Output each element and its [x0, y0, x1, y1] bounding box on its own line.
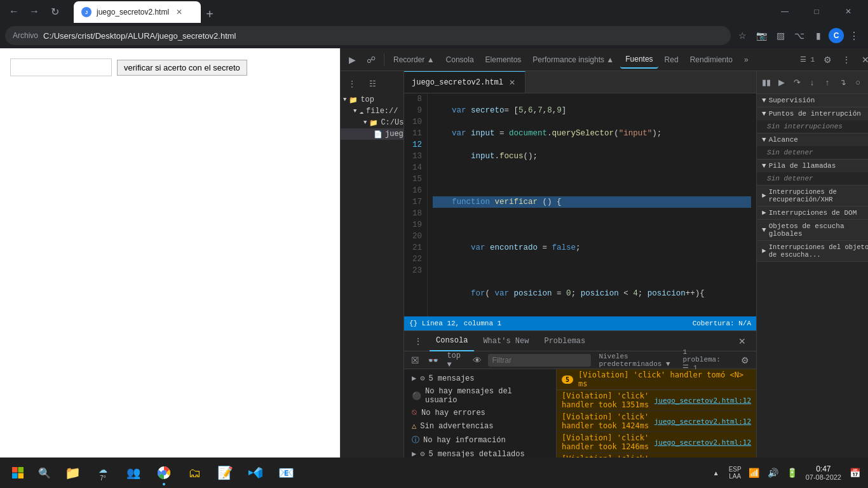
debug-section-label-callstack: Pila de llamadas [769, 162, 836, 170]
extensions-button[interactable]: ▨ [771, 27, 789, 44]
console-filter-info[interactable]: ⓘ No hay información [404, 433, 556, 447]
console-inspect-button[interactable]: 👁 [471, 351, 484, 369]
console-clear-button[interactable]: ☒ [409, 351, 422, 369]
devtools-tab-performance-insights[interactable]: Performance insights ▲ [527, 51, 619, 69]
gear-icon-filter: ⚙ [420, 374, 424, 383]
editor-tab-active[interactable]: juego_secretov2.html ✕ [404, 71, 526, 93]
editor-tab-close[interactable]: ✕ [507, 78, 517, 88]
taskbar-file-explorer[interactable]: 📁 [58, 459, 86, 487]
debug-section-header-scope[interactable]: ▼ Alcance [757, 133, 868, 146]
file-tree-c[interactable]: ▼ 📁 C:/User [341, 117, 403, 128]
console-context-label: top ▼ [447, 351, 463, 369]
notifications-button[interactable]: 📅 [846, 464, 863, 481]
message-source-3[interactable]: juego_secretov2.html:12 [654, 438, 751, 447]
minimize-button[interactable]: — [770, 1, 799, 22]
taskbar-outlook[interactable]: 📧 [272, 459, 300, 487]
debug-step-into-button[interactable]: ↓ [805, 76, 819, 90]
taskbar-vscode[interactable] [241, 459, 269, 487]
taskbar-files[interactable]: 🗂 [180, 459, 208, 487]
address-bar[interactable]: Archivo C:/Users/crist/Desktop/ALURA/jue… [5, 26, 731, 45]
console-filter-all[interactable]: ▶ ⚙ 5 mensajes [404, 372, 556, 385]
taskbar-sticky-notes[interactable]: 📝 [211, 459, 239, 487]
taskbar-chrome[interactable] [150, 459, 178, 487]
debug-section-header-callstack[interactable]: ▼ Pila de llamadas [757, 159, 868, 172]
debug-section-header-breakpoints[interactable]: ▼ Puntos de interrupción [757, 107, 868, 120]
console-filter-warnings[interactable]: △ Sin advertencias [404, 419, 556, 433]
devtools-tab-network[interactable]: Red [660, 51, 684, 69]
console-filter-errors[interactable]: ⦰ No hay errores [404, 407, 556, 419]
devtools-more-tabs[interactable]: » [739, 51, 754, 69]
debug-section-header-dom[interactable]: ► Interrupciones de DOM [757, 207, 868, 219]
debug-step-over-button[interactable]: ↷ [790, 76, 804, 90]
devtools-tab-performance[interactable]: Rendimiento [685, 51, 738, 69]
file-tree-html[interactable]: 📄 juego [341, 128, 403, 140]
maximize-button[interactable]: □ [802, 1, 831, 22]
debug-section-header-supervision[interactable]: ▼ Supervisión [757, 94, 868, 107]
active-tab[interactable]: J juego_secretov2.html ✕ [74, 1, 201, 23]
start-button[interactable] [5, 460, 31, 485]
file-tree-file[interactable]: ▼ ☁ file:// [341, 105, 403, 117]
tab-close-button[interactable]: ✕ [174, 7, 184, 17]
console-tab-console[interactable]: Consola [430, 331, 474, 351]
debug-section-header-xhr[interactable]: ► Interrupciones de recuperación/XHR [757, 186, 868, 206]
close-button[interactable]: ✕ [834, 1, 863, 22]
console-violation-header[interactable]: 5 [Violation] 'click' handler tomó <N> m… [557, 369, 756, 390]
bookmark-button[interactable]: ☆ [733, 27, 751, 44]
debug-section-header-global[interactable]: ▼ Objetos de escucha globales [757, 220, 868, 240]
debug-pause-button[interactable]: ▮▮ [759, 76, 773, 90]
devtools-tab-sources[interactable]: Fuentes [620, 51, 658, 69]
console-tab-whatsnew[interactable]: What's New [477, 331, 535, 351]
devtools-tab-elements[interactable]: Elementos [480, 51, 527, 69]
debug-deactivate-button[interactable]: ○ [851, 76, 865, 90]
taskbar-teams[interactable]: 👥 [119, 459, 147, 487]
screenshot-button[interactable]: 📷 [752, 27, 770, 44]
sys-tray-expand[interactable]: ▲ [708, 464, 724, 481]
language-indicator[interactable]: ESPLAA [727, 464, 743, 481]
devtools-tab-console[interactable]: Consola [441, 51, 479, 69]
message-source-2[interactable]: juego_secretov2.html:12 [654, 417, 751, 426]
reload-button[interactable]: ↻ [46, 3, 64, 20]
debug-step-out-button[interactable]: ↑ [820, 76, 834, 90]
devtools-settings-button[interactable]: ⚙ [818, 51, 836, 69]
console-message-4[interactable]: [Violation] 'click' handler took 1401ms … [557, 453, 756, 458]
sources-new-snippet[interactable]: ☷ [363, 75, 381, 93]
sources-panel-menu[interactable]: ⋮ [343, 75, 361, 93]
debug-section-header-listener[interactable]: ► Interrupciones del objeto de escucha..… [757, 241, 868, 261]
message-source-1[interactable]: juego_secretov2.html:12 [654, 396, 751, 405]
console-tab-problems[interactable]: Problemas [538, 331, 592, 351]
debug-resume-button[interactable]: ▶ [775, 76, 789, 90]
console-filter-input[interactable] [488, 354, 591, 367]
volume-indicator[interactable]: 🔊 [765, 464, 782, 481]
debug-step-button[interactable]: ↴ [836, 76, 850, 90]
devtools-close-button[interactable]: ✕ [857, 51, 868, 69]
forward-button[interactable]: → [25, 3, 43, 20]
search-button[interactable]: 🔍 [33, 461, 56, 484]
console-filter-detailed[interactable]: ▶ ⚙ 5 mensajes detallados [404, 447, 556, 458]
console-close-button[interactable]: ✕ [733, 332, 751, 350]
devtools-device-button[interactable]: ☍ [362, 51, 380, 69]
back-button[interactable]: ← [5, 3, 23, 20]
sync-button[interactable]: ⌥ [790, 27, 808, 44]
clock[interactable]: 0:47 07-08-2022 [803, 463, 844, 482]
file-tree-top[interactable]: ▼ 📁 top [341, 94, 403, 105]
verify-button[interactable]: verificar si acerto con el secreto [117, 60, 247, 76]
devtools-inspect-button[interactable]: ▶ [343, 51, 361, 69]
secret-input[interactable] [10, 58, 112, 76]
console-settings-button[interactable]: ⚙ [738, 351, 751, 369]
profile-button[interactable]: C [829, 28, 844, 43]
wifi-indicator[interactable]: 📶 [746, 464, 763, 481]
new-tab-button[interactable]: + [201, 5, 219, 23]
console-message-1[interactable]: [Violation] 'click' handler took 1351ms … [557, 390, 756, 411]
devtools-tab-recorder[interactable]: Recorder ▲ [388, 51, 440, 69]
battery-indicator[interactable]: 🔋 [784, 464, 801, 481]
taskbar-weather[interactable]: ☁ 7° [89, 459, 117, 487]
sidebar-button[interactable]: ▮ [810, 27, 827, 44]
console-message-3[interactable]: [Violation] 'click' handler took 1246ms … [557, 432, 756, 453]
console-filter-button[interactable]: 👓 [427, 351, 440, 369]
devtools-dots-button[interactable]: ⋮ [837, 51, 855, 69]
console-menu-button[interactable]: ⋮ [409, 332, 427, 350]
chrome-menu-button[interactable]: ⋮ [845, 27, 863, 44]
console-filter-user[interactable]: ⚫ No hay mensajes del usuario [404, 385, 556, 407]
tab-bar: J juego_secretov2.html ✕ + [69, 0, 224, 23]
console-message-2[interactable]: [Violation] 'click' handler took 1424ms … [557, 411, 756, 432]
